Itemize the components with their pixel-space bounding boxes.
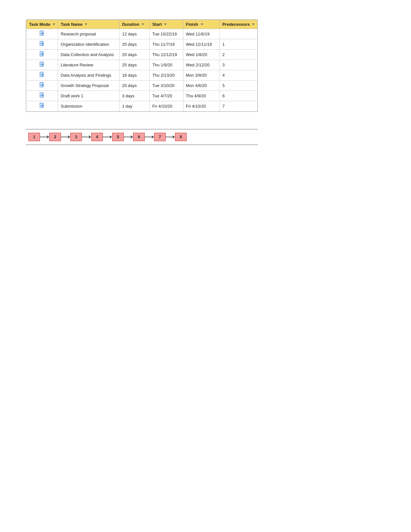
predecessors-cell — [220, 29, 257, 39]
arrow-line — [40, 137, 47, 137]
col-header-finish-label: Finish — [186, 22, 198, 27]
gantt-table-container: Task Mode Task Name Duration — [26, 19, 258, 112]
predecessors-cell: 1 — [220, 39, 257, 50]
predecessors-cell: 2 — [220, 50, 257, 60]
task-name-cell: Research proposal — [58, 29, 119, 39]
arrow-head — [89, 135, 91, 139]
task-mode-cell — [26, 50, 58, 60]
predecessors-cell: 4 — [220, 70, 257, 81]
col-header-task-mode-label: Task Mode — [29, 22, 50, 27]
network-node-6: 6 — [133, 133, 145, 141]
network-node-1: 1 — [28, 133, 40, 141]
predecessors-cell: 5 — [220, 81, 257, 91]
finish-cell: Wed 11/6/19 — [183, 29, 220, 39]
duration-cell: 12 days — [119, 29, 150, 39]
duration-filter-icon[interactable] — [142, 24, 144, 25]
network-node-5: 5 — [112, 133, 124, 141]
task-name-cell: Data Analysis and Findings — [58, 70, 119, 81]
duration-cell: 20 days — [119, 50, 150, 60]
arrow-head — [131, 135, 133, 139]
network-node-3: 3 — [70, 133, 82, 141]
network-node-4: 4 — [91, 133, 103, 141]
start-cell: Thu 11/7/19 — [150, 39, 183, 50]
table-body: Research proposal12 daysTue 10/22/19Wed … — [26, 29, 258, 111]
predecessors-filter-icon[interactable] — [252, 24, 255, 25]
task-mode-cell — [26, 29, 58, 39]
network-arrow-2 — [61, 135, 70, 139]
col-header-duration-label: Duration — [122, 22, 139, 27]
task-mode-icon — [39, 41, 45, 47]
network-arrow-7 — [166, 135, 175, 139]
network-node-8: 8 — [175, 133, 187, 141]
start-cell: Fri 4/10/20 — [150, 101, 183, 111]
arrow-head — [47, 135, 49, 139]
table-header-row: Task Mode Task Name Duration — [26, 20, 258, 29]
table-row[interactable]: Research proposal12 daysTue 10/22/19Wed … — [26, 29, 258, 39]
start-cell: Tue 10/22/19 — [150, 29, 183, 39]
task-mode-icon — [39, 72, 45, 78]
predecessors-cell: 7 — [220, 101, 257, 111]
start-cell: Thu 1/9/20 — [150, 60, 183, 70]
task-name-filter-icon[interactable] — [85, 24, 87, 25]
finish-cell: Wed 2/12/20 — [183, 60, 220, 70]
task-mode-filter-icon[interactable] — [53, 24, 55, 25]
col-header-start[interactable]: Start — [150, 20, 183, 29]
arrow-line — [61, 137, 68, 137]
start-cell: Tue 4/7/20 — [150, 91, 183, 101]
table-row[interactable]: Data Analysis and Findings18 daysThu 2/1… — [26, 70, 258, 81]
task-name-cell: Growth Strategy Proposal — [58, 81, 119, 91]
table-row[interactable]: Literature Review25 daysThu 1/9/20Wed 2/… — [26, 60, 258, 70]
col-header-duration[interactable]: Duration — [119, 20, 150, 29]
arrow-line — [145, 137, 152, 137]
arrow-line — [124, 137, 131, 137]
col-header-finish[interactable]: Finish — [183, 20, 220, 29]
finish-cell: Wed 12/11/19 — [183, 39, 220, 50]
task-mode-cell — [26, 81, 58, 91]
predecessors-cell: 3 — [220, 60, 257, 70]
table-row[interactable]: Growth Strategy Proposal20 daysTue 3/10/… — [26, 81, 258, 91]
arrow-line — [103, 137, 110, 137]
arrow-head — [173, 135, 175, 139]
task-mode-icon — [39, 82, 45, 89]
task-mode-icon — [39, 92, 45, 99]
table-row[interactable]: Organization Identification25 daysThu 11… — [26, 39, 258, 50]
network-arrow-6 — [145, 135, 154, 139]
task-name-cell: Organization Identification — [58, 39, 119, 50]
task-mode-icon — [39, 103, 45, 109]
task-mode-cell — [26, 91, 58, 101]
finish-cell: Mon 4/6/20 — [183, 81, 220, 91]
finish-filter-icon[interactable] — [201, 24, 203, 25]
task-mode-icon — [39, 62, 45, 68]
col-header-start-label: Start — [152, 22, 162, 27]
start-filter-icon[interactable] — [164, 24, 167, 25]
start-cell: Thu 12/12/19 — [150, 50, 183, 60]
col-header-predecessors[interactable]: Predecessors — [220, 20, 257, 29]
task-name-cell: Literature Review — [58, 60, 119, 70]
duration-cell: 20 days — [119, 81, 150, 91]
predecessors-cell: 6 — [220, 91, 257, 101]
network-arrow-5 — [124, 135, 133, 139]
col-header-task-name-label: Task Name — [61, 22, 83, 27]
task-name-cell: Submission — [58, 101, 119, 111]
table-row[interactable]: Data Collection and Analysis20 daysThu 1… — [26, 50, 258, 60]
table-row[interactable]: Draft work 13 daysTue 4/7/20Thu 4/9/206 — [26, 91, 258, 101]
table-row[interactable]: Submission1 dayFri 4/10/20Fri 4/10/207 — [26, 101, 258, 111]
arrow-head — [68, 135, 70, 139]
task-mode-icon — [39, 51, 45, 58]
task-table: Task Mode Task Name Duration — [26, 20, 258, 111]
network-arrow-3 — [82, 135, 91, 139]
network-arrow-4 — [103, 135, 112, 139]
task-mode-cell — [26, 101, 58, 111]
duration-cell: 25 days — [119, 60, 150, 70]
duration-cell: 25 days — [119, 39, 150, 50]
arrow-head — [110, 135, 112, 139]
duration-cell: 1 day — [119, 101, 150, 111]
network-diagram: 12345678 — [26, 129, 258, 145]
arrow-head — [152, 135, 154, 139]
task-name-cell: Draft work 1 — [58, 91, 119, 101]
task-mode-cell — [26, 70, 58, 81]
arrow-line — [166, 137, 173, 137]
col-header-task-mode[interactable]: Task Mode — [26, 20, 58, 29]
network-node-2: 2 — [49, 133, 61, 141]
col-header-task-name[interactable]: Task Name — [58, 20, 119, 29]
